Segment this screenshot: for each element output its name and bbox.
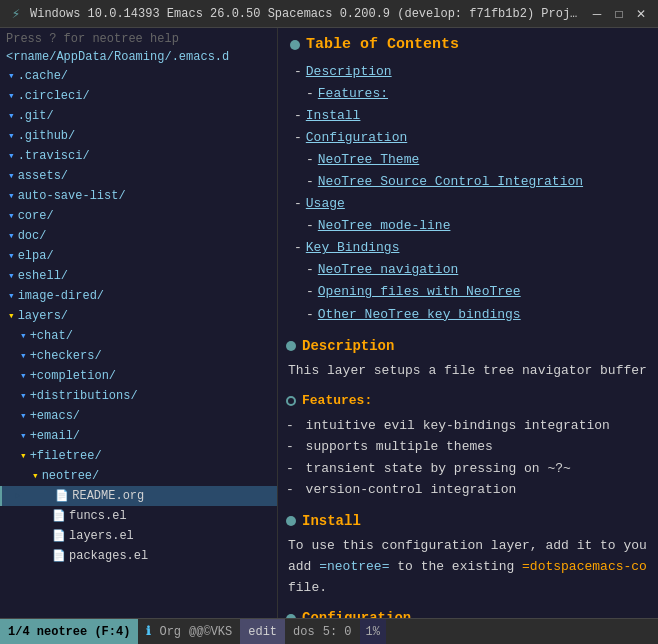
- feature-item-3: - transient state by pressing on ~?~: [286, 458, 650, 480]
- tree-item-label: doc/: [18, 227, 47, 245]
- tree-item-label: .circleci/: [18, 87, 90, 105]
- toc-navigation[interactable]: -NeoTree navigation: [286, 259, 650, 281]
- tree-item-emacs[interactable]: ▾ +emacs/: [0, 406, 277, 426]
- folder-icon: ▾: [8, 128, 15, 145]
- features-title: Features:: [302, 391, 372, 411]
- toc-link-opening-files[interactable]: Opening files with NeoTree: [318, 284, 521, 299]
- tree-item-travisci[interactable]: ▾ .travisci/: [0, 146, 277, 166]
- tree-item-layers[interactable]: ▾ layers/: [0, 306, 277, 326]
- install-section-header: Install: [286, 511, 650, 532]
- content-area: Table of Contents -Description -Features…: [278, 28, 658, 618]
- toc-link-other-bindings[interactable]: Other NeoTree key bindings: [318, 307, 521, 322]
- tree-item-label: +distributions/: [30, 387, 138, 405]
- install-body-3: file.: [286, 578, 650, 599]
- tree-item-label: README.org: [72, 487, 144, 505]
- window-title: Windows 10.0.14393 Emacs 26.0.50 Spacema…: [30, 7, 582, 21]
- tree-item-doc[interactable]: ▾ doc/: [0, 226, 277, 246]
- titlebar: ⚡ Windows 10.0.14393 Emacs 26.0.50 Space…: [0, 0, 658, 28]
- install-body-1: To use this configuration layer, add it …: [286, 536, 650, 557]
- folder-icon: ▾: [20, 388, 27, 405]
- status-encoding: dos 5: 0: [285, 619, 359, 644]
- config-bullet: [286, 614, 296, 618]
- sidebar-panel[interactable]: Press ? for neotree help <rname/AppData/…: [0, 28, 278, 618]
- toc-link-keybindings[interactable]: Key Bindings: [306, 240, 400, 255]
- tree-item-neotree[interactable]: ▾ neotree/: [0, 466, 277, 486]
- toc-link-mode-line[interactable]: NeoTree mode-line: [318, 218, 451, 233]
- status-line-col: 5: 0: [323, 625, 352, 639]
- toc-link-features[interactable]: Features:: [318, 86, 388, 101]
- toc-link-description[interactable]: Description: [306, 64, 392, 79]
- toc-install[interactable]: -Install: [286, 105, 650, 127]
- tree-item-distributions[interactable]: ▾ +distributions/: [0, 386, 277, 406]
- file-icon: 📄: [55, 488, 69, 505]
- folder-icon: ▾: [8, 88, 15, 105]
- tree-item-eshell[interactable]: ▾ eshell/: [0, 266, 277, 286]
- tree-item-imagedired[interactable]: ▾ image-dired/: [0, 286, 277, 306]
- toc-features[interactable]: -Features:: [286, 83, 650, 105]
- tree-item-cache[interactable]: ▾ .cache/: [0, 66, 277, 86]
- toc-neotree-theme[interactable]: -NeoTree Theme: [286, 149, 650, 171]
- folder-icon: ▾: [20, 408, 27, 425]
- tree-item-label: layers.el: [69, 527, 134, 545]
- toc-opening-files[interactable]: -Opening files with NeoTree: [286, 281, 650, 303]
- status-neotree-text: neotree (F:4): [37, 625, 131, 639]
- tree-item-elpa[interactable]: ▾ elpa/: [0, 246, 277, 266]
- folder-icon: ▾: [8, 68, 15, 85]
- tree-item-chat[interactable]: ▾ +chat/: [0, 326, 277, 346]
- code-neotree: =neotree=: [319, 559, 389, 574]
- tree-item-circleci[interactable]: ▾ .circleci/: [0, 86, 277, 106]
- toc-link-config[interactable]: Configuration: [306, 130, 407, 145]
- minimize-button[interactable]: ─: [588, 5, 606, 23]
- tree-item-funcs[interactable]: 📄 funcs.el: [0, 506, 277, 526]
- feature-item-2: - supports multiple themes: [286, 436, 650, 458]
- tree-item-label: +email/: [30, 427, 80, 445]
- tree-item-packages[interactable]: 📄 packages.el: [0, 546, 277, 566]
- tree-item-label: neotree/: [42, 467, 100, 485]
- tree-item-assets[interactable]: ▾ assets/: [0, 166, 277, 186]
- config-section-header: Configuration: [286, 608, 650, 618]
- toc-keybindings[interactable]: -Key Bindings: [286, 237, 650, 259]
- toc-link-install[interactable]: Install: [306, 108, 361, 123]
- folder-open-icon: ▾: [32, 468, 39, 485]
- window-controls: ─ □ ✕: [588, 5, 650, 23]
- toc-description[interactable]: -Description: [286, 61, 650, 83]
- tree-item-readme[interactable]: ▸ 📄 README.org: [0, 486, 277, 506]
- tree-item-github[interactable]: ▾ .github/: [0, 126, 277, 146]
- statusbar: 1/4 neotree (F:4) ℹ Org @@©VKS edit dos …: [0, 618, 658, 644]
- tree-item-git[interactable]: ▾ .git/: [0, 106, 277, 126]
- tree-item-label: .cache/: [18, 67, 68, 85]
- toc-title: Table of Contents: [306, 34, 459, 57]
- tree-item-filetree[interactable]: ▾ +filetree/: [0, 446, 277, 466]
- tree-item-label: packages.el: [69, 547, 148, 565]
- tree-item-layers[interactable]: 📄 layers.el: [0, 526, 277, 546]
- tree-item-completion[interactable]: ▾ +completion/: [0, 366, 277, 386]
- toc-config[interactable]: -Configuration: [286, 127, 650, 149]
- folder-icon: ▾: [20, 428, 27, 445]
- toc-link-source-control[interactable]: NeoTree Source Control Integration: [318, 174, 583, 189]
- status-pct-text: 1%: [366, 625, 380, 639]
- file-icon: 📄: [52, 508, 66, 525]
- section-bullet: [286, 341, 296, 351]
- toc-usage[interactable]: -Usage: [286, 193, 650, 215]
- tree-item-label: .git/: [18, 107, 54, 125]
- install-body-2: add =neotree= to the existing =dotspacem…: [286, 557, 650, 578]
- folder-icon: ▾: [20, 368, 27, 385]
- tree-item-label: eshell/: [18, 267, 68, 285]
- toc-link-navigation[interactable]: NeoTree navigation: [318, 262, 458, 277]
- tree-item-autosave[interactable]: ▾ auto-save-list/: [0, 186, 277, 206]
- file-icon: 📄: [52, 528, 66, 545]
- toc-other-bindings[interactable]: -Other NeoTree key bindings: [286, 304, 650, 326]
- tree-item-email[interactable]: ▾ +email/: [0, 426, 277, 446]
- toc-link-usage[interactable]: Usage: [306, 196, 345, 211]
- tree-item-checkers[interactable]: ▾ +checkers/: [0, 346, 277, 366]
- toc-source-control[interactable]: -NeoTree Source Control Integration: [286, 171, 650, 193]
- file-icon: 📄: [52, 548, 66, 565]
- maximize-button[interactable]: □: [610, 5, 628, 23]
- folder-icon: ▾: [8, 268, 15, 285]
- tree-item-core[interactable]: ▾ core/: [0, 206, 277, 226]
- close-button[interactable]: ✕: [632, 5, 650, 23]
- tree-item-label: +checkers/: [30, 347, 102, 365]
- toc-link-neotree-theme[interactable]: NeoTree Theme: [318, 152, 419, 167]
- feature-item-1: - intuitive evil key-bindings integratio…: [286, 415, 650, 437]
- toc-mode-line[interactable]: -NeoTree mode-line: [286, 215, 650, 237]
